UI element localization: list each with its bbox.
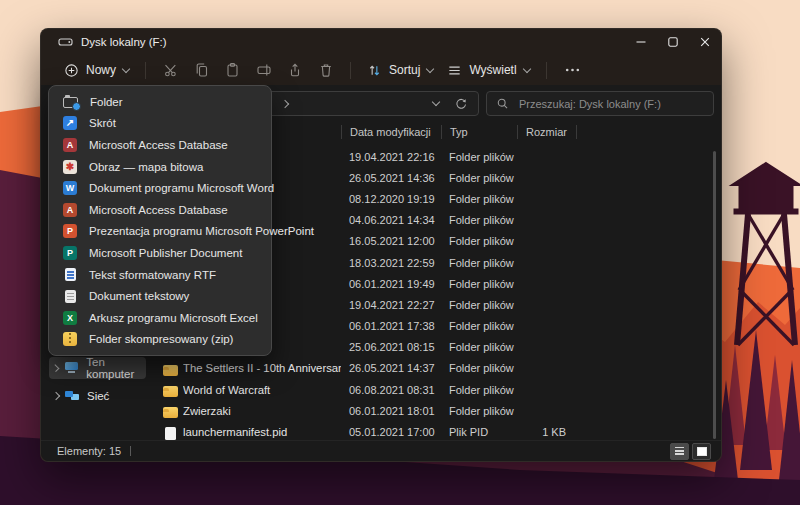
caption-buttons (625, 29, 721, 55)
menu-item-folder[interactable]: Folder (49, 91, 271, 113)
menu-item-arkusz-programu-microsoft-excel[interactable]: XArkusz programu Microsoft Excel (49, 307, 271, 329)
header-type[interactable]: Typ (441, 125, 517, 139)
file-name: The Settlers II - 10th Anniversary (183, 362, 341, 374)
icons-view-icon (697, 447, 707, 456)
status-bar: Elementy: 15 (41, 440, 721, 461)
toolbar-separator (546, 62, 547, 79)
file-date: 26.05.2021 14:37 (341, 362, 441, 374)
menu-item-label: Dokument programu Microsoft Word (89, 182, 274, 194)
desktop: Dysk lokalny (F:) Nowy (0, 0, 800, 505)
folder-icon (163, 386, 178, 397)
rename-icon (256, 62, 272, 78)
folder-icon (163, 365, 178, 376)
file-date: 25.06.2021 08:15 (341, 341, 441, 353)
file-date: 05.01.2021 17:00 (341, 426, 441, 438)
file-type: Folder plików (441, 320, 517, 332)
scissors-icon (163, 62, 179, 78)
microsoft-publisher-document-icon: P (63, 246, 77, 260)
menu-item-label: Folder skompresowany (zip) (89, 333, 233, 345)
menu-item-microsoft-access-database[interactable]: AMicrosoft Access Database (49, 134, 271, 156)
menu-item-tekst-sformatowany-rtf[interactable]: Tekst sformatowany RTF (49, 264, 271, 286)
more-options-button[interactable] (556, 63, 589, 77)
menu-item-label: Microsoft Access Database (89, 204, 228, 216)
menu-item-prezentacja-programu-microsoft-powerpoint[interactable]: PPrezentacja programu Microsoft PowerPoi… (49, 221, 271, 243)
maximize-icon (665, 34, 681, 50)
file-date: 04.06.2021 14:34 (341, 214, 441, 226)
trash-icon (318, 62, 334, 78)
textdoc-icon (65, 290, 76, 303)
file-type: Folder plików (441, 299, 517, 311)
menu-item-dokument-tekstowy[interactable]: Dokument tekstowy (49, 285, 271, 307)
refresh-icon[interactable] (454, 97, 468, 111)
status-separator (130, 446, 131, 456)
microsoft-access-database-icon: A (63, 203, 77, 217)
menu-item-folder-skompresowany-zip[interactable]: Folder skompresowany (zip) (49, 329, 271, 351)
close-icon (697, 34, 713, 50)
paste-button[interactable] (217, 58, 248, 82)
file-type: Folder plików (441, 278, 517, 290)
sidebar-item-label: Sieć (87, 390, 109, 402)
menu-item-microsoft-publisher-document[interactable]: PMicrosoft Publisher Document (49, 242, 271, 264)
new-menu: Folder↗SkrótAMicrosoft Access Database✱O… (48, 85, 272, 356)
vertical-scrollbar[interactable] (713, 151, 716, 439)
menu-item-label: Microsoft Publisher Document (89, 247, 242, 259)
file-row[interactable]: The Settlers II - 10th Anniversary26.05.… (149, 358, 713, 379)
menu-item-dokument-programu-microsoft-word[interactable]: WDokument programu Microsoft Word (49, 177, 271, 199)
sort-button[interactable]: Sortuj (360, 59, 440, 82)
close-button[interactable] (689, 29, 721, 55)
view-button[interactable]: Wyświetl (440, 59, 536, 82)
file-name: launchermanifest.pid (183, 426, 341, 438)
file-date: 18.03.2021 22:59 (341, 257, 441, 269)
file-type: Folder plików (441, 193, 517, 205)
sidebar-item-ten-komputer[interactable]: Ten komputer (49, 357, 146, 379)
file-type: Plik PID (441, 426, 517, 438)
minimize-icon (633, 34, 649, 50)
rename-button[interactable] (248, 58, 279, 82)
file-size: 1 KB (517, 426, 566, 438)
expand-chevron-icon[interactable] (52, 364, 60, 372)
maximize-button[interactable] (657, 29, 689, 55)
chevron-down-icon (426, 64, 434, 72)
header-size[interactable]: Rozmiar (517, 125, 577, 139)
sidebar-item-sie[interactable]: Sieć (49, 385, 146, 407)
search-input[interactable] (517, 97, 704, 111)
menu-item-obraz-mapa-bitowa[interactable]: ✱Obraz — mapa bitowa (49, 156, 271, 178)
chevron-down-icon (122, 64, 130, 72)
delete-button[interactable] (310, 58, 341, 82)
items-count: Elementy: 15 (57, 445, 121, 457)
menu-item-skr-t[interactable]: ↗Skrót (49, 113, 271, 135)
search-icon (496, 97, 509, 110)
file-date: 06.08.2021 08:31 (341, 384, 441, 396)
drive-icon (58, 35, 73, 49)
file-type: Folder plików (441, 172, 517, 184)
menu-item-microsoft-access-database[interactable]: AMicrosoft Access Database (49, 199, 271, 221)
details-view-button[interactable] (670, 443, 689, 460)
window-title: Dysk lokalny (F:) (81, 36, 167, 48)
computer-icon (64, 361, 80, 375)
menu-item-label: Obraz — mapa bitowa (89, 161, 203, 173)
file-date: 06.01.2021 17:38 (341, 320, 441, 332)
expand-chevron-icon[interactable] (52, 392, 60, 400)
file-row[interactable]: Zwierzaki06.01.2021 18:01Folder plików (149, 400, 713, 421)
arkusz-programu-microsoft-excel-icon: X (63, 311, 77, 325)
file-type: Folder plików (441, 362, 517, 374)
sidebar-item-label: Ten komputer (86, 356, 146, 380)
new-button[interactable]: Nowy (57, 59, 136, 82)
address-dropdown-icon[interactable] (432, 98, 440, 106)
file-row[interactable]: World of Warcraft06.08.2021 08:31Folder … (149, 379, 713, 400)
toolbar-separator (145, 62, 146, 79)
minimize-button[interactable] (625, 29, 657, 55)
header-date[interactable]: Data modyfikacji (341, 125, 441, 139)
titlebar: Dysk lokalny (F:) (41, 29, 721, 55)
sort-button-label: Sortuj (389, 63, 420, 77)
view-toggles (670, 443, 711, 460)
icons-view-button[interactable] (692, 443, 711, 460)
share-button[interactable] (279, 58, 310, 82)
cut-button[interactable] (155, 58, 186, 82)
share-icon (287, 62, 303, 78)
menu-item-label: Dokument tekstowy (89, 290, 189, 302)
toolbar-separator (350, 62, 351, 79)
file-name: World of Warcraft (183, 384, 341, 396)
new-button-label: Nowy (86, 63, 116, 77)
copy-button[interactable] (186, 58, 217, 82)
